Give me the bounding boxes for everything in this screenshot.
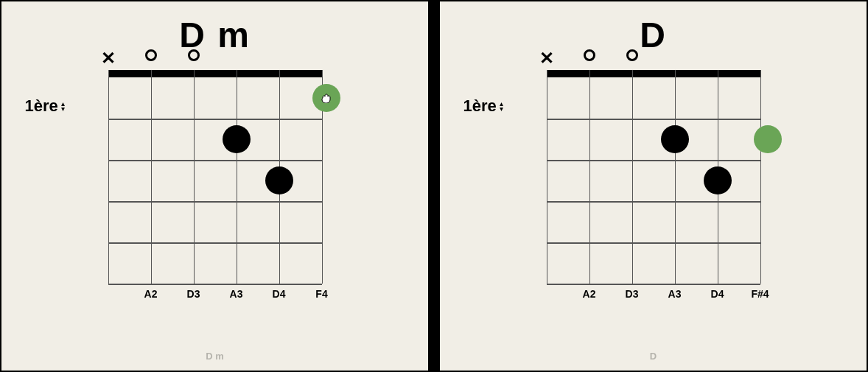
string-line <box>237 70 238 284</box>
string-note-label: A2 <box>583 288 596 300</box>
fret-line <box>108 242 322 244</box>
finger-dot[interactable] <box>265 166 293 194</box>
mute-marker-icon[interactable]: ✕ <box>101 48 116 69</box>
fret-position-label: 1ère <box>463 96 497 116</box>
open-marker-icon[interactable] <box>584 49 595 61</box>
string-note-label: D4 <box>273 288 286 300</box>
string-line <box>589 70 591 284</box>
string-markers-row: ✕ <box>108 48 322 66</box>
fret-line <box>108 201 322 203</box>
fret-position-stepper[interactable]: 1ère ▴▾ <box>463 96 503 116</box>
fret-line <box>108 284 322 285</box>
string-line <box>760 70 762 284</box>
fret-line <box>547 242 760 244</box>
string-line <box>547 70 548 284</box>
finger-dot-highlight[interactable] <box>312 84 340 112</box>
string-note-label: A2 <box>144 288 158 300</box>
finger-dot[interactable] <box>704 166 732 194</box>
fret-line <box>547 284 760 285</box>
fret-line <box>547 160 760 161</box>
string-note-label: D4 <box>711 288 724 300</box>
fret-position-label: 1ère <box>25 96 58 116</box>
stepper-icon[interactable]: ▴▾ <box>61 101 65 111</box>
mute-marker-icon[interactable]: ✕ <box>539 48 554 69</box>
chord-diagram: 1ère ▴▾ ✕A2D3A3D4F#4 <box>506 70 801 284</box>
nut <box>547 70 760 77</box>
string-note-label: A3 <box>668 288 682 300</box>
open-marker-icon[interactable] <box>188 49 200 61</box>
fretboard[interactable]: ✕A2D3A3D4F#4 <box>547 70 760 284</box>
string-line <box>632 70 634 284</box>
chord-panel-right: D 1ère ▴▾ ✕A2D3A3D4F#4 D <box>438 0 868 372</box>
fret-line <box>547 119 760 120</box>
fret-line <box>108 119 322 120</box>
chord-caption: D <box>650 351 657 362</box>
string-line <box>151 70 153 284</box>
finger-dot-highlight[interactable] <box>754 125 782 153</box>
string-note-label: F4 <box>315 288 327 300</box>
fretboard[interactable]: ✕A2D3A3D4F4 <box>108 70 322 284</box>
fret-line <box>108 160 322 161</box>
stepper-icon[interactable]: ▴▾ <box>500 101 503 111</box>
string-line <box>108 70 110 284</box>
string-line <box>675 70 676 284</box>
string-note-label: D3 <box>187 288 200 300</box>
string-markers-row: ✕ <box>547 48 760 66</box>
fret-position-stepper[interactable]: 1ère ▴▾ <box>25 96 65 116</box>
string-note-label: D3 <box>626 288 639 300</box>
open-marker-icon[interactable] <box>145 49 157 61</box>
string-note-label: F#4 <box>751 288 769 300</box>
string-line <box>194 70 195 284</box>
string-labels-row: A2D3A3D4F4 <box>108 288 322 303</box>
string-labels-row: A2D3A3D4F#4 <box>547 288 760 303</box>
finger-dot[interactable] <box>661 125 689 153</box>
finger-dot[interactable] <box>223 125 251 153</box>
fret-line <box>547 201 760 203</box>
chord-diagram: 1ère ▴▾ ✕A2D3A3D4F4 <box>68 70 363 284</box>
string-note-label: A3 <box>230 288 243 300</box>
chord-caption: D m <box>206 351 224 362</box>
nut <box>108 70 322 77</box>
chord-panel-left: D m 1ère ▴▾ ✕A2D3A3D4F4 D m <box>0 0 430 372</box>
open-marker-icon[interactable] <box>626 49 638 61</box>
